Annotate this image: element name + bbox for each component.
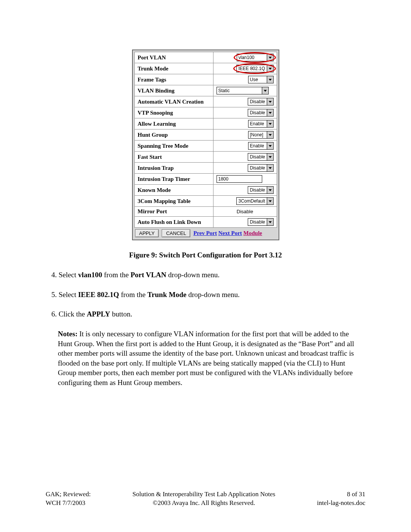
- config-row-label: VTP Snooping: [134, 107, 213, 118]
- config-row-control: Enable: [213, 141, 277, 152]
- step-keyword: IEEE 802.1Q: [78, 291, 119, 299]
- config-row-label: Allow Learning: [134, 118, 213, 129]
- config-row-label: Mirror Port: [134, 207, 213, 217]
- dropdown-value: Disable: [248, 153, 266, 160]
- page-footer: GAK; Reviewed: WCH 7/7/2003 Solution & I…: [46, 490, 365, 508]
- config-row-control: 3ComDefault: [213, 196, 277, 207]
- dropdown[interactable]: Disable: [248, 98, 273, 105]
- chevron-down-icon[interactable]: [267, 198, 273, 204]
- step-keyword: Port VLAN: [131, 271, 166, 279]
- config-row: Trunk ModeIEEE 802.1Q: [134, 63, 277, 74]
- config-row: Frame TagsUse: [134, 74, 277, 85]
- prev-port-link[interactable]: Prev Port: [193, 230, 217, 236]
- chevron-down-icon[interactable]: [267, 76, 273, 83]
- dropdown[interactable]: Enable: [248, 120, 274, 128]
- config-row-control: Disable: [213, 207, 277, 217]
- config-row: Known ModeDisable: [134, 185, 277, 196]
- chevron-down-icon[interactable]: [262, 87, 268, 94]
- config-row: Spanning Tree ModeEnable: [134, 141, 277, 152]
- config-row: Hunt Group[None]: [134, 129, 277, 141]
- chevron-down-icon[interactable]: [267, 219, 273, 225]
- footer-right: 8 of 31 intel-lag-notes.doc: [317, 490, 365, 508]
- cancel-button[interactable]: CANCEL: [162, 229, 190, 237]
- config-row: Auto Flush on Link DownDisable: [134, 217, 277, 228]
- config-row-label: Fast Start: [134, 152, 213, 163]
- dropdown[interactable]: Disable: [248, 109, 273, 117]
- dropdown[interactable]: Disable: [248, 153, 273, 161]
- dropdown[interactable]: Static: [217, 87, 269, 94]
- footer-page-number: 8 of 31: [347, 490, 365, 498]
- config-row-control: Disable: [213, 107, 277, 118]
- config-row-control: Disable: [213, 96, 277, 107]
- dropdown[interactable]: Use: [248, 76, 274, 83]
- config-panel-wrap: Port VLANvlan100Trunk ModeIEEE 802.1QFra…: [46, 50, 365, 240]
- dropdown-value: Disable: [248, 98, 266, 105]
- dropdown[interactable]: [None]: [248, 131, 274, 139]
- footer-filename: intel-lag-notes.doc: [317, 499, 365, 506]
- config-row-label: Intrusion Trap: [134, 163, 213, 174]
- footer-center: Solution & Interoperability Test Lab App…: [91, 490, 317, 508]
- chevron-down-icon[interactable]: [267, 142, 273, 149]
- chevron-down-icon[interactable]: [267, 165, 273, 171]
- notes-label: Notes:: [58, 330, 78, 338]
- chevron-down-icon[interactable]: [267, 120, 273, 127]
- chevron-down-icon[interactable]: [267, 98, 273, 105]
- chevron-down-icon[interactable]: [267, 153, 273, 160]
- config-row-control: 1800: [213, 174, 277, 185]
- chevron-down-icon[interactable]: [267, 109, 273, 116]
- config-row-control: [None]: [213, 129, 277, 141]
- step-keyword: APPLY: [87, 310, 110, 318]
- instruction-step: Select IEEE 802.1Q from the Trunk Mode d…: [59, 290, 365, 300]
- chevron-down-icon[interactable]: [267, 187, 273, 193]
- dropdown-value: Use: [249, 76, 267, 83]
- config-row: Mirror PortDisable: [134, 207, 277, 217]
- footer-title: Solution & Interoperability Test Lab App…: [132, 490, 275, 498]
- instruction-step: Select vlan100 from the Port VLAN drop-d…: [59, 270, 365, 280]
- config-panel: Port VLANvlan100Trunk ModeIEEE 802.1QFra…: [132, 50, 279, 240]
- module-link[interactable]: Module: [244, 230, 262, 236]
- highlight-circle: vlan100: [237, 54, 274, 61]
- chevron-down-icon[interactable]: [267, 131, 273, 138]
- dropdown-value: vlan100: [237, 54, 267, 61]
- dropdown[interactable]: Disable: [248, 186, 273, 194]
- panel-nav-links: Prev Port Next Port Module: [193, 230, 262, 236]
- dropdown[interactable]: IEEE 802.1Q: [236, 65, 273, 72]
- config-row: 3Com Mapping Table3ComDefault: [134, 196, 277, 207]
- config-row-control: vlan100: [213, 52, 277, 63]
- highlight-circle: IEEE 802.1Q: [236, 65, 273, 72]
- config-row-control: Static: [213, 85, 277, 96]
- dropdown-value: 3ComDefault: [237, 198, 266, 204]
- config-row: VTP SnoopingDisable: [134, 107, 277, 118]
- config-row-label: Intrusion Trap Timer: [134, 174, 213, 185]
- chevron-down-icon[interactable]: [267, 54, 273, 61]
- apply-button[interactable]: APPLY: [135, 229, 159, 237]
- config-row: Automatic VLAN CreationDisable: [134, 96, 277, 107]
- config-row-control: Disable: [213, 152, 277, 163]
- chevron-down-icon[interactable]: [267, 65, 273, 72]
- dropdown[interactable]: Disable: [248, 164, 273, 172]
- text-input[interactable]: 1800: [217, 175, 262, 183]
- config-row-control: Disable: [213, 217, 277, 228]
- notes-block: Notes: It is only necessary to configure…: [58, 329, 362, 388]
- config-row-control: Disable: [213, 185, 277, 196]
- config-table: Port VLANvlan100Trunk ModeIEEE 802.1QFra…: [134, 52, 277, 228]
- next-port-link[interactable]: Next Port: [218, 230, 242, 236]
- dropdown-value: Enable: [249, 142, 267, 149]
- dropdown[interactable]: 3ComDefault: [236, 197, 273, 205]
- config-row-label: Trunk Mode: [134, 63, 213, 74]
- dropdown[interactable]: vlan100: [237, 54, 274, 61]
- dropdown[interactable]: Enable: [248, 142, 274, 150]
- dropdown[interactable]: Disable: [248, 218, 273, 226]
- config-row: Intrusion TrapDisable: [134, 163, 277, 174]
- dropdown-value: IEEE 802.1Q: [237, 65, 266, 72]
- figure-caption: Figure 9: Switch Port Configuration for …: [46, 251, 365, 259]
- config-row: Fast StartDisable: [134, 152, 277, 163]
- footer-reviewer: GAK; Reviewed:: [46, 490, 91, 498]
- config-row-label: VLAN Binding: [134, 85, 213, 96]
- step-keyword: vlan100: [78, 271, 102, 279]
- dropdown-value: Static: [217, 87, 262, 94]
- config-row-label: Known Mode: [134, 185, 213, 196]
- config-row: Allow LearningEnable: [134, 118, 277, 129]
- dropdown-value: Disable: [248, 187, 266, 193]
- document-page: Port VLANvlan100Trunk ModeIEEE 802.1QFra…: [0, 0, 411, 532]
